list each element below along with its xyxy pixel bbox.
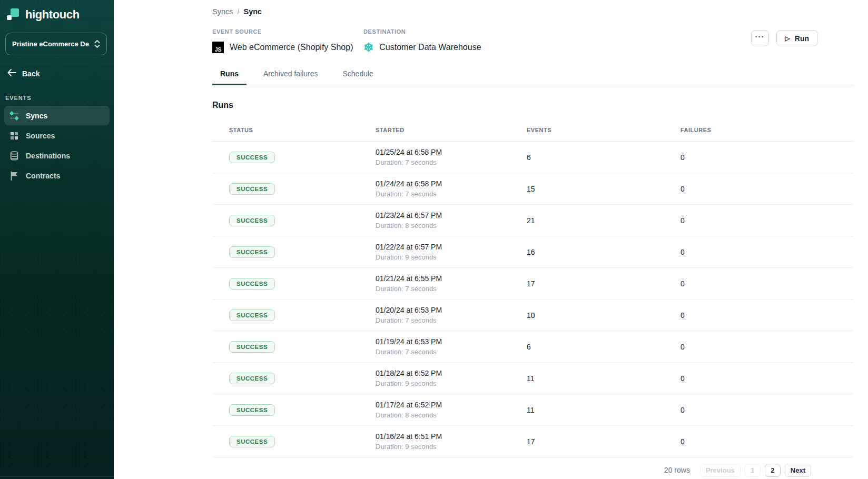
- event-source-block: EVENT SOURCE JS Web eCommerce (Shopify S…: [212, 28, 363, 54]
- sidebar-item-contracts[interactable]: Contracts: [4, 166, 110, 185]
- workspace-selector[interactable]: Pristine eCommerce De…: [5, 33, 107, 55]
- event-source-name[interactable]: Web eCommerce (Shopify Shop): [230, 43, 353, 52]
- breadcrumb-separator: /: [238, 7, 240, 16]
- arrow-right-icon: →: [343, 44, 352, 54]
- run-failures-count: 0: [680, 406, 853, 414]
- run-button[interactable]: ▷ Run: [776, 30, 818, 46]
- tab-archived-failures[interactable]: Archived failures: [255, 66, 326, 85]
- run-started-time: 01/17/24 at 6:52 PM: [376, 401, 527, 409]
- run-duration: Duration: 8 seconds: [376, 411, 527, 419]
- flag-icon: [9, 171, 19, 181]
- run-failures-count: 0: [680, 185, 853, 193]
- run-failures-count: 0: [680, 280, 853, 288]
- sidebar-bottom-divider: [0, 476, 114, 476]
- more-options-button[interactable]: ···: [751, 30, 769, 46]
- hightouch-logo-text: hightouch: [25, 8, 80, 22]
- run-duration: Duration: 8 seconds: [376, 222, 527, 229]
- run-duration: Duration: 7 seconds: [376, 285, 527, 293]
- run-events-count: 11: [527, 406, 680, 414]
- run-duration: Duration: 9 seconds: [376, 253, 527, 261]
- pagination: 20 rows Previous 1 2 Next: [212, 457, 853, 479]
- status-badge: SUCCESS: [229, 152, 275, 163]
- run-started-time: 01/19/24 at 6:53 PM: [376, 337, 527, 346]
- next-page-button[interactable]: Next: [785, 464, 811, 477]
- table-row[interactable]: SUCCESS 01/23/24 at 6:57 PM Duration: 8 …: [212, 205, 853, 236]
- run-failures-count: 0: [680, 311, 853, 320]
- status-badge: SUCCESS: [229, 215, 275, 226]
- sidebar-item-destinations[interactable]: Destinations: [4, 146, 110, 165]
- run-started-time: 01/21/24 at 6:55 PM: [376, 274, 527, 283]
- status-badge: SUCCESS: [229, 341, 275, 353]
- breadcrumb: Syncs / Sync: [212, 0, 853, 16]
- previous-page-button[interactable]: Previous: [700, 464, 741, 477]
- tab-runs[interactable]: Runs: [212, 66, 246, 85]
- status-badge: SUCCESS: [229, 310, 275, 321]
- column-header-failures: FAILURES: [680, 127, 853, 133]
- grid-icon: [9, 131, 19, 141]
- page-1-button[interactable]: 1: [745, 464, 761, 477]
- breadcrumb-syncs-link[interactable]: Syncs: [212, 7, 233, 16]
- run-events-count: 6: [527, 153, 680, 162]
- run-events-count: 15: [527, 185, 680, 193]
- sliders-icon: [9, 111, 19, 121]
- table-row[interactable]: SUCCESS 01/21/24 at 6:55 PM Duration: 7 …: [212, 268, 853, 300]
- sidebar-item-sources[interactable]: Sources: [4, 126, 110, 145]
- table-row[interactable]: SUCCESS 01/18/24 at 6:52 PM Duration: 9 …: [212, 363, 853, 394]
- row-count-label: 20 rows: [664, 466, 690, 474]
- run-duration: Duration: 7 seconds: [376, 190, 527, 198]
- event-source-label: EVENT SOURCE: [212, 28, 363, 35]
- run-failures-count: 0: [680, 216, 853, 225]
- sidebar: hightouch Pristine eCommerce De… Back EV…: [0, 0, 114, 479]
- status-badge: SUCCESS: [229, 183, 275, 195]
- run-events-count: 21: [527, 216, 680, 225]
- run-started-time: 01/24/24 at 6:58 PM: [376, 179, 527, 188]
- run-started-time: 01/22/24 at 6:57 PM: [376, 243, 527, 251]
- run-events-count: 11: [527, 374, 680, 383]
- hightouch-logo-icon: [6, 8, 20, 22]
- run-failures-count: 0: [680, 248, 853, 256]
- main-panel: Syncs / Sync EVENT SOURCE JS Web eCommer…: [114, 0, 868, 479]
- sidebar-item-label: Contracts: [26, 172, 60, 180]
- table-row[interactable]: SUCCESS 01/24/24 at 6:58 PM Duration: 7 …: [212, 173, 853, 205]
- sync-tabs: Runs Archived failures Schedule: [212, 66, 853, 85]
- back-link[interactable]: Back: [7, 69, 107, 78]
- run-duration: Duration: 9 seconds: [376, 443, 527, 451]
- sidebar-item-label: Sources: [26, 132, 55, 140]
- table-row[interactable]: SUCCESS 01/16/24 at 6:51 PM Duration: 9 …: [212, 426, 853, 457]
- sidebar-item-syncs[interactable]: Syncs: [4, 106, 110, 125]
- table-row[interactable]: SUCCESS 01/25/24 at 6:58 PM Duration: 7 …: [212, 142, 853, 173]
- run-started-time: 01/16/24 at 6:51 PM: [376, 432, 527, 441]
- column-header-events: EVENTS: [527, 127, 680, 133]
- runs-section-title: Runs: [212, 101, 853, 110]
- sidebar-item-label: Syncs: [26, 112, 47, 120]
- back-label: Back: [22, 69, 40, 78]
- hightouch-logo: hightouch: [0, 0, 114, 22]
- run-started-time: 01/18/24 at 6:52 PM: [376, 369, 527, 377]
- destination-name[interactable]: Customer Data Warehouse: [379, 43, 481, 52]
- tab-schedule[interactable]: Schedule: [335, 66, 381, 85]
- run-duration: Duration: 9 seconds: [376, 380, 527, 387]
- run-duration: Duration: 7 seconds: [376, 316, 527, 324]
- table-row[interactable]: SUCCESS 01/19/24 at 6:53 PM Duration: 7 …: [212, 331, 853, 363]
- sidebar-nav: Syncs Sources De: [0, 106, 114, 185]
- page-2-button[interactable]: 2: [765, 464, 781, 477]
- run-button-label: Run: [795, 34, 809, 43]
- run-failures-count: 0: [680, 374, 853, 383]
- status-badge: SUCCESS: [229, 436, 275, 447]
- run-failures-count: 0: [680, 437, 853, 446]
- run-failures-count: 0: [680, 153, 853, 162]
- javascript-source-icon: JS: [212, 42, 224, 53]
- status-badge: SUCCESS: [229, 404, 275, 416]
- runs-table-body: SUCCESS 01/25/24 at 6:58 PM Duration: 7 …: [212, 142, 853, 457]
- arrow-left-icon: [7, 69, 16, 78]
- table-row[interactable]: SUCCESS 01/22/24 at 6:57 PM Duration: 9 …: [212, 236, 853, 268]
- run-duration: Duration: 7 seconds: [376, 158, 527, 166]
- run-events-count: 10: [527, 311, 680, 320]
- table-row[interactable]: SUCCESS 01/17/24 at 6:52 PM Duration: 8 …: [212, 394, 853, 426]
- table-row[interactable]: SUCCESS 01/20/24 at 6:53 PM Duration: 7 …: [212, 300, 853, 331]
- destination-label: DESTINATION: [363, 28, 481, 35]
- run-events-count: 6: [527, 343, 680, 351]
- run-failures-count: 0: [680, 343, 853, 351]
- workspace-selector-value: Pristine eCommerce De…: [12, 40, 90, 48]
- database-icon: [9, 151, 19, 161]
